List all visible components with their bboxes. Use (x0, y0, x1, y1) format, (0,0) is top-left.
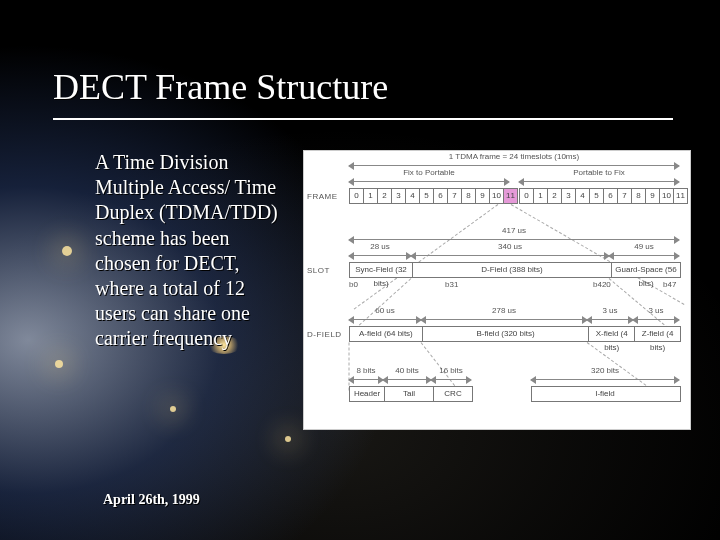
lens-flare (285, 436, 291, 442)
timeslot-cell: 7 (447, 188, 461, 204)
afield-breakdown-row: Header Tail CRC (349, 386, 473, 402)
tail-bits-caption: 40 bits (383, 366, 431, 375)
crc-bits-span: 16 bits (431, 376, 471, 384)
lens-flare (170, 406, 176, 412)
sync-field-cell: Sync-Field (32 bits) (350, 263, 413, 277)
x-us-caption: 3 us (587, 306, 633, 315)
timeslot-cell: 8 (461, 188, 475, 204)
ifield-bits-span: 320 bits (531, 376, 679, 384)
guard-us-span: 49 us (609, 252, 679, 260)
a-us-caption: 60 us (349, 306, 421, 315)
lens-flare (55, 360, 63, 368)
timeslot-cell: 4 (405, 188, 419, 204)
bit-b47: b47 (663, 280, 676, 289)
timeslot-cell: 8 (631, 188, 645, 204)
guard-us-caption: 49 us (609, 242, 679, 251)
rx-slot-row: 01234567891011 (519, 188, 688, 204)
timeslot-cell: 9 (475, 188, 489, 204)
timeslot-cell: 0 (349, 188, 363, 204)
header-bits-caption: 8 bits (349, 366, 383, 375)
header-cell: Header (350, 387, 385, 401)
timeslot-cell: 7 (617, 188, 631, 204)
timeslot-cell: 11 (503, 188, 518, 204)
footer-date: April 26th, 1999 (103, 492, 200, 508)
slot-row-label: SLOT (307, 266, 330, 275)
frame-row-label: FRAME (307, 192, 338, 201)
bit-b0: b0 (349, 280, 358, 289)
timeslot-cell: 9 (645, 188, 659, 204)
timeslot-cell: 1 (533, 188, 547, 204)
timeslot-cell: 2 (377, 188, 391, 204)
crc-cell: CRC (434, 387, 472, 401)
timeslot-cell: 0 (519, 188, 533, 204)
d-field-cell: D-Field (388 bits) (413, 263, 612, 277)
z-us-span: 3 us (633, 316, 679, 324)
ifield-row: I-field (531, 386, 681, 402)
slide: DECT Frame Structure A Time Division Mul… (0, 0, 720, 540)
dfield-row-label: D-FIELD (307, 330, 342, 339)
total-us-caption: 417 us (349, 226, 679, 235)
ifield-cell: I-field (532, 387, 678, 401)
b-field-cell: B-field (320 bits) (423, 327, 590, 341)
lens-flare (62, 246, 72, 256)
x-us-span: 3 us (587, 316, 633, 324)
a-us-span: 60 us (349, 316, 421, 324)
timeslot-cell: 3 (391, 188, 405, 204)
rx-label: Portable to Fix (519, 168, 679, 177)
b-us-caption: 278 us (421, 306, 587, 315)
dfield-us-caption: 340 us (411, 242, 609, 251)
timeslot-cell: 10 (489, 188, 503, 204)
timeslot-cell: 5 (419, 188, 433, 204)
frame-structure-diagram: 1 TDMA frame = 24 timeslots (10ms) Fix t… (303, 150, 691, 430)
slide-title: DECT Frame Structure (53, 66, 388, 108)
timeslot-cell: 4 (575, 188, 589, 204)
b-us-span: 278 us (421, 316, 587, 324)
bit-b420: b420 (593, 280, 611, 289)
tail-cell: Tail (385, 387, 434, 401)
timeslot-cell: 6 (603, 188, 617, 204)
guard-field-cell: Guard-Space (56 bits) (612, 263, 680, 277)
dfield-us-span: 340 us (411, 252, 609, 260)
timeslot-cell: 5 (589, 188, 603, 204)
tx-label: Fix to Portable (349, 168, 509, 177)
body-paragraph: A Time Division Multiple Access/ Time Du… (95, 150, 285, 352)
rx-span: Portable to Fix (519, 178, 679, 186)
tx-span: Fix to Portable (349, 178, 509, 186)
tail-bits-span: 40 bits (383, 376, 431, 384)
timeslot-cell: 3 (561, 188, 575, 204)
timeslot-cell: 11 (673, 188, 688, 204)
x-field-cell: X-field (4 bits) (589, 327, 635, 341)
z-us-caption: 3 us (633, 306, 679, 315)
timeslot-cell: 10 (659, 188, 673, 204)
timeslot-cell: 2 (547, 188, 561, 204)
sync-us-span: 28 us (349, 252, 411, 260)
z-field-cell: Z-field (4 bits) (635, 327, 680, 341)
sync-us-caption: 28 us (349, 242, 411, 251)
timeslot-cell: 1 (363, 188, 377, 204)
bit-b31: b31 (445, 280, 458, 289)
title-underline (53, 118, 673, 120)
tx-slot-row: 01234567891011 (349, 188, 518, 204)
a-field-cell: A-field (64 bits) (350, 327, 423, 341)
timeslot-cell: 6 (433, 188, 447, 204)
slot-field-row: Sync-Field (32 bits) D-Field (388 bits) … (349, 262, 681, 278)
ifield-bits-caption: 320 bits (531, 366, 679, 375)
header-bits-span: 8 bits (349, 376, 383, 384)
crc-bits-caption: 16 bits (431, 366, 471, 375)
dfield-field-row: A-field (64 bits) B-field (320 bits) X-f… (349, 326, 681, 342)
tdma-frame-caption: 1 TDMA frame = 24 timeslots (10ms) (349, 152, 679, 161)
